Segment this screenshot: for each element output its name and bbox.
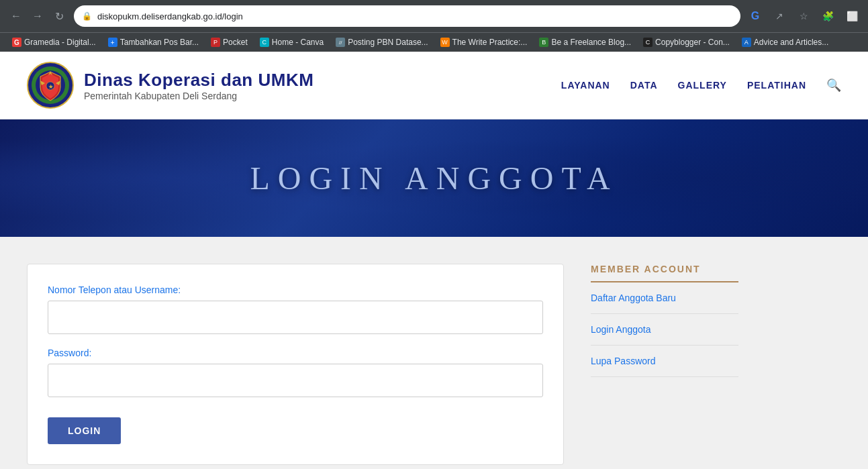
bookmark-favicon-pocket: P: [211, 38, 220, 47]
bookmark-favicon-pbn: //: [336, 38, 345, 47]
menu-icon[interactable]: ⬜: [842, 7, 861, 25]
main-content: Nomor Telepon atau Username: Password: L…: [0, 237, 868, 469]
site-subtitle: Pemerintah Kabupaten Deli Serdang: [84, 91, 314, 101]
bookmark-favicon-advice: A: [742, 38, 751, 47]
login-button[interactable]: LOGIN: [48, 417, 121, 444]
nav-data[interactable]: DATA: [630, 80, 658, 91]
search-icon[interactable]: 🔍: [826, 78, 841, 93]
site-title-block: Dinas Koperasi dan UMKM Pemerintah Kabup…: [84, 70, 314, 101]
sidebar: MEMBER ACCOUNT Daftar Anggota Baru Login…: [591, 264, 738, 377]
bookmark-label-advice: Advice and Articles...: [754, 38, 828, 47]
address-bar[interactable]: 🔒 diskopukm.deliserdangkab.go.id/login: [74, 5, 740, 27]
hero-banner: LOGIN ANGGOTA: [0, 119, 868, 237]
bookmark-label-freelance: Be a Freelance Blog...: [551, 38, 631, 47]
star-icon[interactable]: ☆: [794, 7, 813, 25]
bookmark-label-gramedia: Gramedia - Digital...: [24, 38, 96, 47]
sidebar-link-lupa[interactable]: Lupa Password: [591, 346, 738, 377]
site-logo: ★ Dinas Koperasi dan UMKM Pemerintah Kab…: [27, 62, 314, 109]
back-button[interactable]: ←: [7, 7, 26, 25]
bookmark-favicon-tambahkan: +: [108, 38, 117, 47]
url-text: diskopukm.deliserdangkab.go.id/login: [97, 11, 732, 21]
bookmark-label-tambahkan: Tambahkan Pos Bar...: [120, 38, 199, 47]
nav-layanan[interactable]: LAYANAN: [561, 80, 610, 91]
bookmark-write[interactable]: W The Write Practice:...: [435, 36, 533, 49]
forward-button[interactable]: →: [28, 7, 47, 25]
bookmark-favicon-gramedia: G: [12, 38, 21, 47]
bookmarks-bar: G Gramedia - Digital... + Tambahkan Pos …: [0, 32, 868, 52]
password-label: Password:: [48, 348, 543, 358]
logo-emblem: ★: [27, 62, 74, 109]
svg-text:★: ★: [48, 84, 54, 90]
member-account-title: MEMBER ACCOUNT: [591, 264, 738, 282]
bookmark-copyblogger[interactable]: C Copyblogger - Con...: [638, 36, 735, 49]
bookmark-freelance[interactable]: B Be a Freelance Blog...: [534, 36, 636, 49]
browser-actions: G ↗ ☆ 🧩 ⬜: [746, 7, 861, 25]
login-card: Nomor Telepon atau Username: Password: L…: [27, 264, 564, 465]
bookmark-favicon-write: W: [440, 38, 450, 47]
site-header: ★ Dinas Koperasi dan UMKM Pemerintah Kab…: [0, 52, 868, 119]
username-label: Nomor Telepon atau Username:: [48, 284, 543, 295]
bookmark-pocket[interactable]: P Pocket: [205, 36, 253, 49]
bookmark-pbn[interactable]: // Posting PBN Datase...: [330, 36, 433, 49]
password-form-group: Password:: [48, 348, 543, 397]
hero-title: LOGIN ANGGOTA: [250, 160, 618, 197]
bookmark-label-pocket: Pocket: [223, 38, 248, 47]
bookmark-gramedia[interactable]: G Gramedia - Digital...: [7, 36, 101, 49]
sidebar-link-login[interactable]: Login Anggota: [591, 314, 738, 346]
reload-button[interactable]: ↻: [50, 7, 68, 25]
bookmark-favicon-canva: C: [260, 38, 269, 47]
nav-buttons: ← → ↻: [7, 7, 68, 25]
extension-icon[interactable]: 🧩: [818, 7, 837, 25]
username-input[interactable]: [48, 301, 543, 334]
nav-gallery[interactable]: GALLERY: [678, 80, 727, 91]
website: ★ Dinas Koperasi dan UMKM Pemerintah Kab…: [0, 52, 868, 469]
bookmark-advice[interactable]: A Advice and Articles...: [736, 36, 834, 49]
username-form-group: Nomor Telepon atau Username:: [48, 284, 543, 334]
bookmark-tambahkan[interactable]: + Tambahkan Pos Bar...: [103, 36, 204, 49]
nav-pelatihan[interactable]: PELATIHAN: [747, 80, 806, 91]
browser-toolbar: ← → ↻ 🔒 diskopukm.deliserdangkab.go.id/l…: [0, 0, 868, 32]
bookmark-favicon-freelance: B: [539, 38, 548, 47]
google-icon[interactable]: G: [746, 7, 765, 25]
bookmark-label-write: The Write Practice:...: [452, 38, 528, 47]
site-nav: LAYANAN DATA GALLERY PELATIHAN 🔍: [561, 78, 841, 93]
browser-chrome: ← → ↻ 🔒 diskopukm.deliserdangkab.go.id/l…: [0, 0, 868, 52]
site-title: Dinas Koperasi dan UMKM: [84, 70, 314, 91]
bookmark-label-canva: Home - Canva: [272, 38, 324, 47]
share-icon[interactable]: ↗: [770, 7, 789, 25]
password-input[interactable]: [48, 364, 543, 397]
bookmark-label-pbn: Posting PBN Datase...: [348, 38, 428, 47]
lock-icon: 🔒: [82, 11, 92, 21]
bookmark-label-copyblogger: Copyblogger - Con...: [655, 38, 730, 47]
sidebar-link-daftar[interactable]: Daftar Anggota Baru: [591, 282, 738, 314]
bookmark-favicon-copyblogger: C: [643, 38, 653, 47]
bookmark-canva[interactable]: C Home - Canva: [254, 36, 329, 49]
